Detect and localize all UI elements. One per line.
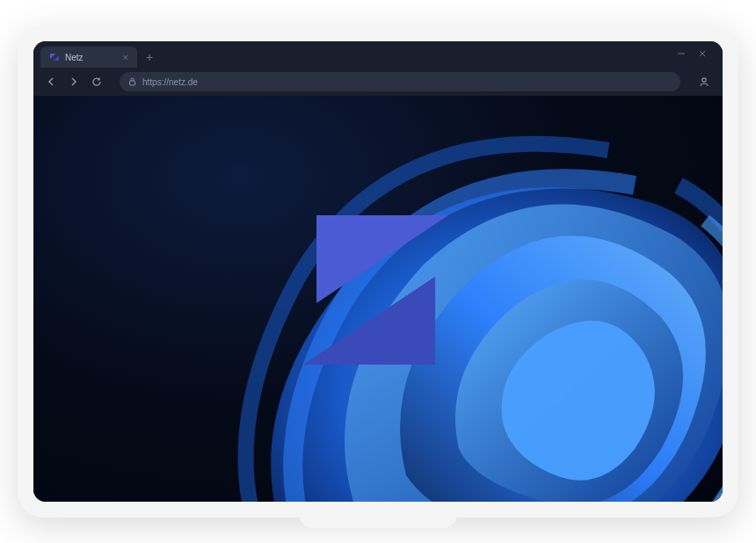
address-bar[interactable]: https://netz.de — [120, 72, 680, 91]
new-tab-button[interactable]: + — [141, 50, 158, 64]
svg-point-4 — [702, 78, 706, 82]
lock-icon — [128, 77, 137, 86]
profile-button[interactable] — [696, 74, 712, 90]
tab-title: Netz — [65, 53, 84, 62]
svg-rect-3 — [130, 81, 135, 85]
minimize-icon[interactable] — [677, 49, 686, 60]
netz-logo — [281, 202, 475, 378]
url-text: https://netz.de — [142, 77, 198, 87]
forward-button[interactable] — [67, 75, 81, 89]
screen: Netz × + — [33, 41, 723, 502]
toolbar: https://netz.de — [33, 68, 723, 96]
reload-button[interactable] — [90, 75, 104, 89]
netz-favicon-icon — [49, 52, 60, 62]
window-controls — [677, 49, 716, 60]
close-icon[interactable] — [698, 49, 707, 60]
browser-chrome: Netz × + — [33, 41, 723, 96]
browser-tab[interactable]: Netz × — [40, 47, 137, 68]
page-viewport — [33, 96, 723, 502]
back-button[interactable] — [44, 75, 58, 89]
laptop-frame: Netz × + — [18, 25, 738, 518]
tab-close-icon[interactable]: × — [123, 52, 128, 62]
tab-bar: Netz × + — [33, 41, 723, 68]
